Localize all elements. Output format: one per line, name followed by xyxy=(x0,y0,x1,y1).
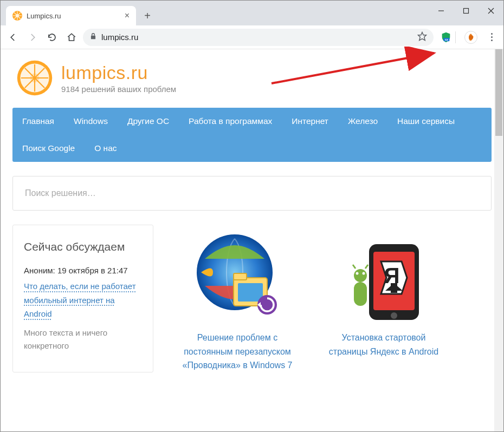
site-title[interactable]: lumpics.ru xyxy=(61,62,176,83)
article-thumbnail: Я xyxy=(338,229,430,321)
article-card[interactable]: Решение проблем с постоянным перезапуско… xyxy=(175,229,300,372)
comment-excerpt: Много текста и ничего конкретного xyxy=(24,326,142,352)
site-header: lumpics.ru 9184 решений ваших проблем xyxy=(1,49,503,102)
close-tab-icon[interactable]: × xyxy=(125,11,130,21)
page-content: lumpics.ru 9184 решений ваших проблем Гл… xyxy=(1,49,503,372)
scrollbar-track[interactable] xyxy=(494,49,503,432)
nav-item[interactable]: Железо xyxy=(338,108,387,135)
nav-item[interactable]: Интернет xyxy=(282,108,338,135)
tab-title: Lumpics.ru xyxy=(27,12,120,20)
search-placeholder: Поиск решения… xyxy=(25,188,96,198)
new-tab-button[interactable]: + xyxy=(139,8,156,24)
svg-point-28 xyxy=(354,269,367,282)
maximize-button[interactable] xyxy=(454,1,479,21)
svg-point-14 xyxy=(469,35,473,40)
forward-button[interactable] xyxy=(24,29,41,45)
site-logo-icon[interactable] xyxy=(16,59,54,97)
browser-menu-button[interactable] xyxy=(484,33,499,41)
svg-rect-29 xyxy=(354,282,367,306)
comment-meta: Аноним: 19 октября в 21:47 xyxy=(24,266,142,275)
nav-item[interactable]: Другие ОС xyxy=(118,108,179,135)
sidebar-heading: Сейчас обсуждаем xyxy=(24,239,142,254)
comment-link[interactable]: Что делать, если не работает мобильный и… xyxy=(24,282,136,318)
browser-tab[interactable]: Lumpics.ru × xyxy=(6,6,136,25)
article-title: Решение проблем с постоянным перезапуско… xyxy=(175,331,300,372)
article-thumbnail xyxy=(191,229,283,321)
tab-bar: Lumpics.ru × + xyxy=(1,1,503,25)
article-card[interactable]: Я Установка стартовой страницы Яндекс в … xyxy=(321,229,446,372)
svg-line-32 xyxy=(353,265,356,269)
svg-point-30 xyxy=(356,272,359,275)
page-viewport: lumpics.ru 9184 решений ваших проблем Гл… xyxy=(1,49,503,432)
nav-item[interactable]: Главная xyxy=(12,108,64,135)
site-title-block: lumpics.ru 9184 решений ваших проблем xyxy=(61,62,176,94)
reload-button[interactable] xyxy=(44,29,60,45)
address-bar: lumpics.ru cz xyxy=(1,25,503,49)
svg-point-31 xyxy=(363,272,365,275)
svg-point-36 xyxy=(391,312,397,319)
article-title: Установка стартовой страницы Яндекс в An… xyxy=(321,331,446,358)
bookmark-star-icon[interactable] xyxy=(417,31,427,43)
articles-grid: Решение проблем с постоянным перезапуско… xyxy=(175,225,492,372)
minimize-button[interactable] xyxy=(429,1,454,21)
svg-rect-7 xyxy=(464,9,469,14)
sidebar-discussion: Сейчас обсуждаем Аноним: 19 октября в 21… xyxy=(12,225,153,372)
svg-marker-11 xyxy=(418,32,427,40)
profile-avatar[interactable] xyxy=(464,31,477,44)
lock-icon xyxy=(89,32,97,42)
scrollbar-thumb[interactable] xyxy=(495,49,502,136)
nav-item[interactable]: Наши сервисы xyxy=(387,108,464,135)
svg-rect-24 xyxy=(234,273,247,280)
window-controls xyxy=(429,1,503,21)
extensions-area: cz xyxy=(437,31,456,43)
svg-rect-38 xyxy=(391,283,397,293)
back-button[interactable] xyxy=(5,29,21,45)
close-window-button[interactable] xyxy=(479,1,503,21)
url-text: lumpics.ru xyxy=(101,32,413,42)
nav-item[interactable]: Windows xyxy=(64,108,118,135)
url-field[interactable]: lumpics.ru xyxy=(83,29,434,46)
svg-rect-25 xyxy=(238,283,263,302)
main-columns: Сейчас обсуждаем Аноним: 19 октября в 21… xyxy=(1,225,503,372)
home-button[interactable] xyxy=(63,29,80,45)
nav-item[interactable]: Работа в программах xyxy=(179,108,282,135)
search-input[interactable]: Поиск решения… xyxy=(12,176,492,211)
tab-favicon xyxy=(12,11,22,21)
main-nav: Главная Windows Другие ОС Работа в прогр… xyxy=(12,108,492,162)
nav-item[interactable]: О нас xyxy=(85,135,126,162)
nav-item[interactable]: Поиск Google xyxy=(12,135,85,162)
site-subtitle: 9184 решений ваших проблем xyxy=(61,84,176,94)
svg-line-33 xyxy=(365,265,368,269)
extension-vpn-icon[interactable]: cz xyxy=(440,31,452,43)
svg-rect-10 xyxy=(91,35,95,38)
ext-badge-text: cz xyxy=(445,37,448,41)
